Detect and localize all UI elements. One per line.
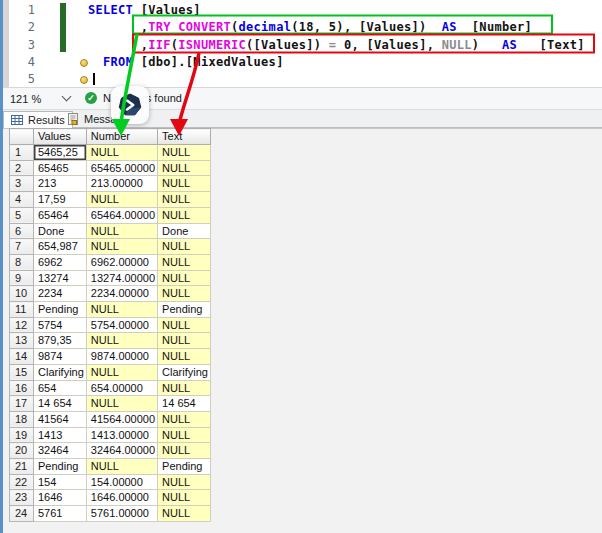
grid-cell[interactable]: 5465,25: [34, 145, 87, 161]
grid-cell[interactable]: 154.00000: [86, 474, 157, 490]
grid-cell[interactable]: NULL: [158, 506, 211, 522]
row-number[interactable]: 5: [10, 207, 34, 223]
grid-cell[interactable]: 654: [34, 380, 87, 396]
grid-cell[interactable]: Done: [158, 223, 211, 239]
column-header[interactable]: Text: [158, 129, 211, 145]
grid-cell[interactable]: 6962.00000: [86, 254, 157, 270]
code-line[interactable]: 3 ,IIF(ISNUMERIC([Values]) = 0, [Values]…: [9, 37, 602, 54]
grid-cell[interactable]: 17,59: [34, 192, 87, 208]
grid-cell[interactable]: NULL: [86, 192, 157, 208]
code-line[interactable]: 1SELECT [Values]: [9, 2, 602, 19]
row-number[interactable]: 21: [10, 459, 34, 475]
code-line[interactable]: 2 ,TRY_CONVERT(decimal(18, 5), [Values])…: [9, 19, 602, 36]
row-number[interactable]: 6: [10, 223, 34, 239]
row-number[interactable]: 1: [10, 145, 34, 161]
grid-cell[interactable]: NULL: [86, 239, 157, 255]
grid-cell[interactable]: 213: [34, 176, 87, 192]
grid-cell[interactable]: 2234.00000: [86, 286, 157, 302]
grid-cell[interactable]: 65464: [34, 207, 87, 223]
code-line[interactable]: 5: [9, 71, 602, 88]
row-number[interactable]: 12: [10, 317, 34, 333]
row-number[interactable]: 13: [10, 333, 34, 349]
grid-cell[interactable]: 41564: [34, 411, 87, 427]
grid-cell[interactable]: 13274: [34, 270, 87, 286]
row-number[interactable]: 20: [10, 443, 34, 459]
grid-cell[interactable]: 13274.00000: [86, 270, 157, 286]
row-number[interactable]: 3: [10, 176, 34, 192]
grid-cell[interactable]: 32464: [34, 443, 87, 459]
grid-cell[interactable]: 65464.00000: [86, 207, 157, 223]
row-number[interactable]: 17: [10, 396, 34, 412]
row-number[interactable]: 14: [10, 349, 34, 365]
grid-cell[interactable]: NULL: [158, 317, 211, 333]
grid-cell[interactable]: NULL: [158, 239, 211, 255]
grid-cell[interactable]: 5754.00000: [86, 317, 157, 333]
grid-cell[interactable]: NULL: [86, 333, 157, 349]
row-number[interactable]: 19: [10, 427, 34, 443]
grid-cell[interactable]: NULL: [86, 364, 157, 380]
grid-cell[interactable]: 879,35: [34, 333, 87, 349]
column-header[interactable]: Values: [34, 129, 87, 145]
grid-cell[interactable]: 1646: [34, 490, 87, 506]
grid-cell[interactable]: NULL: [158, 192, 211, 208]
grid-cell[interactable]: Pending: [158, 459, 211, 475]
grid-cell[interactable]: Pending: [34, 302, 87, 318]
code-line[interactable]: 4 FROM [dbo].[MixedValues]: [9, 54, 602, 71]
grid-cell[interactable]: NULL: [158, 176, 211, 192]
grid-cell[interactable]: 9874.00000: [86, 349, 157, 365]
grid-cell[interactable]: NULL: [158, 490, 211, 506]
grid-cell[interactable]: 654.00000: [86, 380, 157, 396]
row-number[interactable]: 23: [10, 490, 34, 506]
sql-code-editor[interactable]: 1SELECT [Values]2 ,TRY_CONVERT(decimal(1…: [9, 0, 602, 87]
grid-cell[interactable]: 65465: [34, 160, 87, 176]
row-number[interactable]: 11: [10, 302, 34, 318]
row-number[interactable]: 4: [10, 192, 34, 208]
row-number[interactable]: 16: [10, 380, 34, 396]
grid-cell[interactable]: NULL: [158, 349, 211, 365]
grid-cell[interactable]: 654,987: [34, 239, 87, 255]
row-number[interactable]: 7: [10, 239, 34, 255]
row-number[interactable]: 2: [10, 160, 34, 176]
grid-cell[interactable]: 65465.00000: [86, 160, 157, 176]
row-number[interactable]: 9: [10, 270, 34, 286]
row-number[interactable]: 15: [10, 364, 34, 380]
grid-cell[interactable]: 32464.00000: [86, 443, 157, 459]
row-number[interactable]: 24: [10, 506, 34, 522]
grid-cell[interactable]: NULL: [158, 333, 211, 349]
grid-cell[interactable]: 9874: [34, 349, 87, 365]
grid-cell[interactable]: 1413: [34, 427, 87, 443]
grid-cell[interactable]: NULL: [158, 254, 211, 270]
grid-cell[interactable]: NULL: [86, 302, 157, 318]
grid-cell[interactable]: 154: [34, 474, 87, 490]
grid-cell[interactable]: Done: [34, 223, 87, 239]
results-grid[interactable]: ValuesNumberText 15465,25NULLNULL2654656…: [9, 128, 211, 522]
row-number[interactable]: 18: [10, 411, 34, 427]
grid-cell[interactable]: NULL: [86, 459, 157, 475]
grid-cell[interactable]: 5754: [34, 317, 87, 333]
grid-cell[interactable]: 5761: [34, 506, 87, 522]
grid-cell[interactable]: 14 654: [158, 396, 211, 412]
grid-cell[interactable]: NULL: [158, 411, 211, 427]
floating-tool-button[interactable]: [111, 86, 149, 124]
zoom-level-dropdown[interactable]: 121 %: [5, 90, 75, 107]
grid-cell[interactable]: NULL: [86, 396, 157, 412]
grid-cell[interactable]: 5761.00000: [86, 506, 157, 522]
grid-cell[interactable]: 41564.00000: [86, 411, 157, 427]
results-grid-header[interactable]: ValuesNumberText: [10, 129, 211, 145]
grid-cell[interactable]: NULL: [86, 145, 157, 161]
grid-cell[interactable]: NULL: [86, 223, 157, 239]
grid-cell[interactable]: Clarifying: [34, 364, 87, 380]
grid-cell[interactable]: NULL: [158, 474, 211, 490]
grid-cell[interactable]: NULL: [158, 270, 211, 286]
grid-cell[interactable]: Pending: [34, 459, 87, 475]
column-header[interactable]: [10, 129, 34, 145]
column-header[interactable]: Number: [86, 129, 157, 145]
grid-cell[interactable]: 213.00000: [86, 176, 157, 192]
row-number[interactable]: 22: [10, 474, 34, 490]
grid-cell[interactable]: 14 654: [34, 396, 87, 412]
grid-cell[interactable]: 2234: [34, 286, 87, 302]
grid-cell[interactable]: NULL: [158, 286, 211, 302]
grid-cell[interactable]: 1413.00000: [86, 427, 157, 443]
grid-cell[interactable]: 1646.00000: [86, 490, 157, 506]
grid-cell[interactable]: 6962: [34, 254, 87, 270]
